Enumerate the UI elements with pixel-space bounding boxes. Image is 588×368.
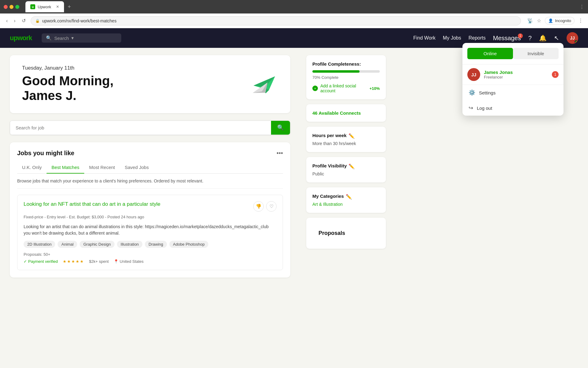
- logout-icon: ↪: [469, 105, 473, 111]
- avatar-initials: JJ: [570, 36, 575, 40]
- browser-tab[interactable]: u Upwork ✕: [25, 1, 64, 12]
- location-text: United States: [120, 259, 144, 264]
- tag-drawing[interactable]: Drawing: [145, 241, 167, 248]
- visibility-value: Public: [312, 171, 380, 176]
- welcome-banner: Tuesday, January 11th Good Morning, Jame…: [10, 55, 290, 113]
- profile-visibility-card: Profile Visibility ✏️ Public: [306, 157, 386, 182]
- find-work-link[interactable]: Find Work: [413, 35, 436, 41]
- lock-icon: 🔒: [35, 19, 40, 23]
- settings-menu-item[interactable]: ⚙️ Settings: [462, 85, 564, 100]
- tab-favicon: u: [30, 4, 35, 9]
- nav-right-section: Find Work My Jobs Reports Messages 1 ? 🔔…: [413, 32, 579, 44]
- job-description: Looking for an artist that can do animal…: [24, 224, 277, 236]
- global-search-button[interactable]: 🔍 Search ▾: [42, 33, 121, 43]
- messages-badge: 1: [518, 33, 523, 38]
- sidebar: Profile Completeness: 70% Complete + Add…: [300, 48, 392, 368]
- url-bar[interactable]: 🔒 upwork.com/nx/find-work/best-matches: [31, 16, 521, 25]
- add-icon: +: [312, 86, 318, 91]
- categories-title: My Categories: [312, 194, 344, 199]
- tag-adobe-photoshop[interactable]: Adobe Photoshop: [169, 241, 208, 248]
- welcome-text: Tuesday, January 11th Good Morning, Jame…: [22, 65, 114, 103]
- add-social-label: Add a linked social account: [320, 83, 367, 93]
- job-title-link[interactable]: Looking for an NFT artist that can do ar…: [24, 201, 160, 207]
- new-tab-button[interactable]: +: [68, 4, 71, 10]
- categories-edit-button[interactable]: ✏️: [346, 194, 352, 200]
- status-toggle-group: Online Invisible: [462, 43, 564, 64]
- help-button[interactable]: ?: [528, 35, 532, 42]
- job-search-input[interactable]: [10, 121, 271, 135]
- browser-menu-icon[interactable]: ⋮: [578, 18, 583, 24]
- tab-saved-jobs[interactable]: Saved Jobs: [120, 162, 153, 174]
- hours-per-week-card: Hours per week ✏️ More than 30 hrs/week: [306, 127, 386, 152]
- help-icon: ?: [528, 35, 532, 41]
- tab-close-button[interactable]: ✕: [56, 5, 59, 9]
- save-job-button[interactable]: ♡: [266, 201, 277, 212]
- reload-button[interactable]: ↺: [21, 17, 27, 25]
- settings-icon: ⚙️: [469, 89, 475, 96]
- tag-2d-illustration[interactable]: 2D Illustration: [24, 241, 55, 248]
- notifications-button[interactable]: 🔔: [539, 34, 547, 42]
- cursor-mode-button[interactable]: ↖: [554, 34, 559, 42]
- visibility-title: Profile Visibility: [312, 163, 347, 168]
- tag-illustration[interactable]: Illustration: [117, 241, 142, 248]
- proposals-title: Proposals: [312, 224, 380, 243]
- dropdown-avatar-initials: JJ: [471, 72, 477, 77]
- dropdown-user-section: JJ James Jonas Freelancer 1: [462, 64, 564, 85]
- tab-uk-only[interactable]: U.K. Only: [17, 162, 47, 174]
- forward-button[interactable]: ›: [13, 17, 17, 25]
- hours-edit-button[interactable]: ✏️: [349, 133, 355, 139]
- cast-icon[interactable]: 📡: [527, 18, 533, 24]
- back-button[interactable]: ‹: [5, 17, 9, 25]
- logout-menu-item[interactable]: ↪ Log out: [462, 100, 564, 116]
- my-jobs-link[interactable]: My Jobs: [443, 35, 461, 41]
- content-area: Tuesday, January 11th Good Morning, Jame…: [0, 48, 300, 368]
- browser-more-button[interactable]: ⋮: [579, 4, 584, 10]
- category-art-illustration[interactable]: Art & Illustration: [312, 202, 380, 207]
- tag-animal[interactable]: Animal: [58, 241, 77, 248]
- hours-section-header: Hours per week ✏️: [312, 133, 380, 139]
- categories-section-header: My Categories ✏️: [312, 194, 380, 200]
- visibility-edit-button[interactable]: ✏️: [349, 163, 355, 169]
- messages-button[interactable]: Messages 1: [493, 35, 521, 42]
- cursor-icon: ↖: [554, 35, 559, 41]
- maximize-window-button[interactable]: [15, 5, 19, 9]
- minimize-window-button[interactable]: [9, 5, 13, 9]
- bookmark-icon[interactable]: ☆: [537, 18, 541, 24]
- tag-graphic-design[interactable]: Graphic Design: [80, 241, 115, 248]
- dropdown-user-role: Freelancer: [484, 75, 513, 79]
- invisible-status-button[interactable]: Invisible: [513, 48, 559, 59]
- bell-icon: 🔔: [539, 35, 547, 41]
- dropdown-user-info: James Jonas Freelancer: [484, 70, 513, 79]
- jobs-tabs: U.K. Only Best Matches Most Recent Saved…: [17, 162, 283, 174]
- incognito-button[interactable]: 👤 Incognito: [545, 17, 575, 25]
- thumbs-down-icon: 👎: [256, 204, 262, 209]
- search-submit-icon: 🔍: [277, 125, 284, 131]
- job-search-button[interactable]: 🔍: [271, 121, 290, 135]
- add-social-account-link[interactable]: + Add a linked social account +10%: [312, 83, 380, 93]
- user-avatar-button[interactable]: JJ: [567, 32, 578, 44]
- profile-progress-bar-bg: [312, 70, 380, 73]
- close-window-button[interactable]: [4, 5, 8, 9]
- online-status-button[interactable]: Online: [467, 48, 513, 59]
- jobs-more-options-button[interactable]: •••: [277, 150, 283, 157]
- incognito-label: Incognito: [555, 18, 571, 23]
- visibility-section-header: Profile Visibility ✏️: [312, 163, 380, 170]
- tab-best-matches[interactable]: Best Matches: [47, 162, 84, 174]
- job-search-bar: 🔍: [10, 121, 290, 135]
- payment-verified-label: Payment verified: [28, 259, 58, 264]
- jobs-header: Jobs you might like •••: [17, 150, 283, 157]
- hours-title: Hours per week: [312, 133, 347, 138]
- proposals-card: Proposals: [306, 218, 386, 249]
- tab-most-recent[interactable]: Most Recent: [84, 162, 120, 174]
- profile-completeness-title: Profile Completeness:: [312, 61, 380, 67]
- reports-link[interactable]: Reports: [469, 35, 486, 41]
- browser-chrome: u Upwork ✕ + ⋮: [0, 0, 588, 13]
- user-dropdown: Online Invisible JJ James Jonas Freelanc…: [462, 43, 564, 116]
- profile-progress-label: 70% Complete: [312, 75, 380, 80]
- available-connects-link[interactable]: 46 Available Connects: [312, 110, 380, 116]
- location-pin-icon: 📍: [114, 259, 119, 264]
- upwork-logo[interactable]: upwork: [10, 34, 32, 42]
- dislike-job-button[interactable]: 👎: [253, 201, 264, 212]
- logout-label: Log out: [477, 105, 492, 111]
- search-dropdown-icon: ▾: [71, 35, 74, 41]
